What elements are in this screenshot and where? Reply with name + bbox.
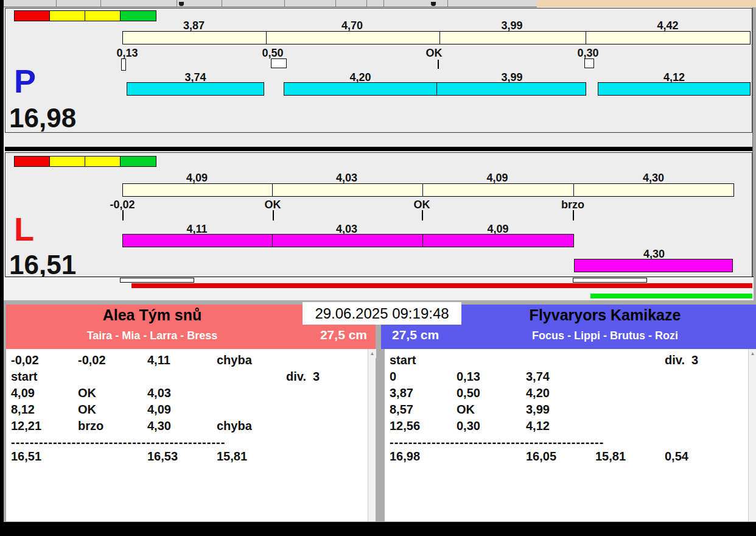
log-line: 12,21 brzo 4,30 chyba (6, 419, 376, 436)
progress-bar-green (590, 294, 752, 298)
p-dog-bar (436, 82, 586, 96)
l-pass-label: -0,02 (98, 199, 147, 211)
log-separator: ----------------------------------------… (385, 436, 756, 450)
log-separator-dashes: ----------------------------------------… (390, 436, 604, 450)
toolbar-strip (4, 0, 537, 7)
log-cell: OK (78, 403, 96, 417)
log-separator-dashes: ----------------------------------------… (11, 436, 225, 450)
log-totals-line: 16,51 16,53 15,81 (6, 450, 376, 466)
light-red-icon (15, 11, 50, 21)
log-cell: 4,09 (11, 386, 35, 400)
log-cell: 4,12 (526, 419, 550, 433)
p-split-label: 4,70 (265, 19, 439, 32)
l-pass-label: OK (248, 199, 297, 211)
bar-divider (439, 32, 440, 44)
log-cell: div. 3 (286, 370, 320, 384)
log-cell: 16,53 (147, 450, 178, 464)
log-cell: 4,11 (147, 353, 170, 367)
log-cell: div. 3 (665, 353, 698, 367)
l-dog-bar-running (574, 259, 733, 272)
scroll-up-icon[interactable]: ▲ (749, 349, 756, 358)
lane-p-panel: P 16,98 3,87 4,70 3,99 4,42 0,13 0,50 OK… (5, 8, 752, 133)
l-split-label: 4,09 (422, 172, 573, 185)
log-line: 8,57 OK 3,99 (385, 403, 756, 419)
log-cell: start (11, 370, 37, 384)
toolbar-separator (366, 0, 367, 7)
bar-divider (272, 184, 273, 196)
lane-l-start-lights (14, 156, 156, 167)
l-pass-marker-tick (122, 210, 124, 220)
log-cell: -0,02 (78, 353, 106, 367)
log-cell: 4,03 (147, 386, 171, 400)
team-left-log: -0,02 -0,02 4,11 chyba start div. 3 4,09… (6, 349, 376, 521)
toolbar-separator (335, 0, 336, 7)
window-bottom-bar (0, 522, 756, 536)
l-dog-bar (122, 234, 574, 247)
log-cell: 0,30 (457, 419, 480, 433)
scrollbar[interactable]: ▲ (368, 349, 376, 521)
log-line: 4,09 OK 4,03 (6, 386, 376, 403)
log-cell: 3,87 (390, 386, 413, 400)
light-yellow-icon (85, 11, 121, 21)
toolbar-separator (222, 0, 222, 7)
team-left-jump-height: 27,5 cm (320, 328, 367, 342)
light-yellow-icon (50, 11, 85, 21)
bar-divider (586, 32, 586, 44)
log-cell: OK (457, 403, 475, 417)
log-cell: chyba (217, 353, 252, 367)
log-line: -0,02 -0,02 4,11 chyba (6, 353, 376, 370)
toolbar-separator (56, 0, 57, 7)
l-split-bar (122, 183, 734, 197)
toolbar-clipped-glyph (179, 2, 184, 6)
light-red-icon (15, 157, 50, 166)
progress-marker-box (573, 278, 647, 283)
log-cell: 8,57 (390, 403, 413, 417)
p-pass-label: 0,50 (251, 47, 294, 60)
p-split-label: 3,87 (122, 19, 265, 32)
bar-divider (266, 32, 267, 44)
lane-l-panel: L 16,51 4,09 4,03 4,09 4,30 -0,02 OK OK … (5, 152, 752, 277)
l-pass-label: OK (397, 199, 446, 211)
lane-p-total-time: 16,98 (9, 105, 76, 132)
scroll-up-icon[interactable]: ▲ (368, 349, 376, 358)
p-pass-label: 0,13 (106, 47, 149, 60)
log-line: 0 0,13 3,74 (385, 370, 756, 386)
log-cell: 12,56 (390, 419, 420, 433)
scrollbar[interactable]: ▲ (748, 349, 756, 521)
bar-divider (272, 234, 273, 247)
bar-divider (422, 234, 423, 247)
log-cell: brzo (78, 419, 103, 433)
log-cell: 0,13 (457, 370, 480, 384)
p-pass-marker-box (121, 58, 126, 71)
light-yellow-icon (50, 157, 85, 166)
toolbar-clipped-glyph (431, 2, 436, 6)
light-green-icon (121, 157, 156, 166)
toolbar-separator (284, 0, 285, 7)
log-cell: start (390, 353, 416, 367)
l-pass-marker-tick (422, 210, 423, 220)
bar-divider (422, 184, 423, 196)
lane-p-letter: P (14, 65, 36, 97)
log-cell: 12,21 (11, 419, 41, 433)
p-pass-marker-tick (438, 60, 439, 69)
l-pass-marker-tick (573, 210, 574, 220)
log-cell: 15,81 (595, 450, 626, 464)
p-dog-bar (598, 82, 751, 96)
progress-marker-box (120, 278, 194, 283)
l-split-label: 4,30 (573, 172, 734, 185)
p-split-label: 3,99 (439, 19, 585, 32)
log-cell: 16,98 (390, 450, 420, 464)
p-pass-marker-box (584, 58, 594, 68)
app-window: P 16,98 3,87 4,70 3,99 4,42 0,13 0,50 OK… (0, 0, 756, 536)
window-right-border (752, 7, 756, 300)
progress-bar-red (131, 283, 752, 288)
p-split-label: 4,42 (585, 19, 751, 32)
l-pass-label: brzo (548, 199, 597, 211)
log-cell: 16,51 (11, 450, 41, 464)
log-cell: 4,09 (147, 403, 171, 417)
log-cell: 0 (390, 370, 396, 384)
log-cell: 8,12 (11, 403, 35, 417)
toolbar-separator (100, 0, 101, 7)
results-section: Alea Tým snů Taira - Mia - Larra - Bress… (4, 300, 756, 522)
team-right-jump-height: 27,5 cm (392, 328, 439, 342)
